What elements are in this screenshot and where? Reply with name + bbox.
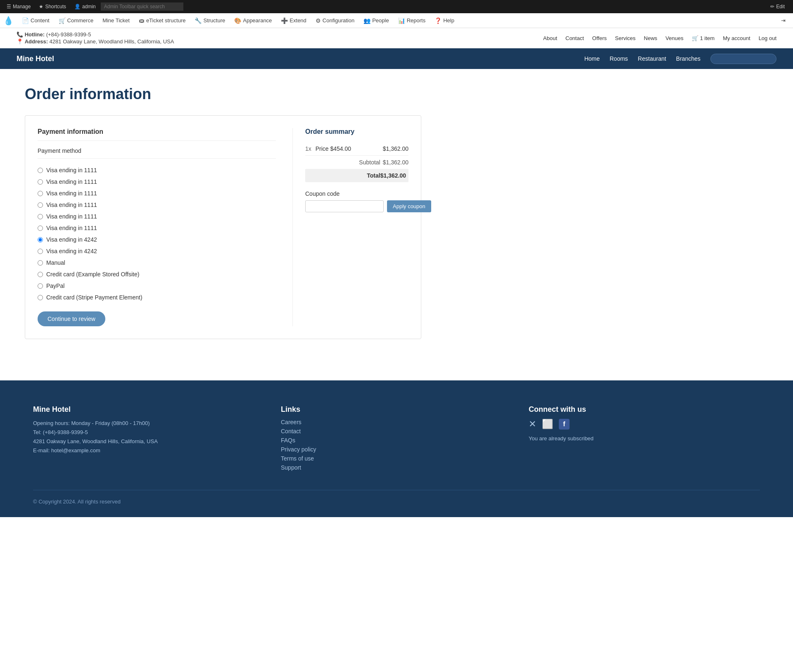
total-value: $1,362.00 xyxy=(380,172,406,179)
nav-offers[interactable]: Offers xyxy=(592,35,607,41)
payment-option-visa-1111-a[interactable]: Visa ending in 1111 xyxy=(38,164,276,176)
nav-item-eticket[interactable]: 🎟 eTicket structure xyxy=(135,13,190,28)
extend-icon: ➕ xyxy=(281,17,288,24)
nav-my-account[interactable]: My account xyxy=(723,35,750,41)
radio-visa-1111-b[interactable] xyxy=(38,179,43,185)
footer-connect-title: Connect with us xyxy=(529,405,760,414)
nav-item-commerce[interactable]: 🛒 Commerce xyxy=(55,13,98,28)
nav-expand[interactable]: ⇥ xyxy=(777,17,790,24)
manage-icon: ☰ xyxy=(7,4,11,9)
nav-item-reports[interactable]: 📊 Reports xyxy=(394,13,430,28)
toolbar-edit[interactable]: ✏ Edit xyxy=(765,4,790,9)
footer-col-connect: Connect with us ✕ ⬜ f You are already su… xyxy=(529,405,760,473)
footer-link-careers[interactable]: Careers xyxy=(281,419,512,425)
payment-option-visa-4242-a[interactable]: Visa ending in 4242 xyxy=(38,234,276,245)
pencil-icon: ✏ xyxy=(770,4,774,9)
order-summary-title: Order summary xyxy=(305,128,408,135)
nav-commerce-label: Commerce xyxy=(67,17,94,24)
radio-visa-4242-a[interactable] xyxy=(38,237,43,242)
label-visa-1111-b: Visa ending in 1111 xyxy=(46,178,97,185)
toolbar-shortcuts[interactable]: ★ Shortcuts xyxy=(36,0,69,13)
main-nav-restaurant[interactable]: Restaurant xyxy=(638,55,666,62)
radio-visa-1111-f[interactable] xyxy=(38,226,43,231)
payment-option-visa-4242-b[interactable]: Visa ending in 4242 xyxy=(38,245,276,257)
payment-option-visa-1111-b[interactable]: Visa ending in 1111 xyxy=(38,176,276,188)
apply-coupon-button[interactable]: Apply coupon xyxy=(387,200,431,212)
nav-item-people[interactable]: 👥 People xyxy=(359,13,393,28)
radio-manual[interactable] xyxy=(38,260,43,266)
nav-item-appearance[interactable]: 🎨 Appearance xyxy=(230,13,276,28)
order-total-line: Total $1,362.00 xyxy=(305,169,408,182)
nav-item-structure[interactable]: 🔧 Structure xyxy=(190,13,229,28)
toolbar-admin-user[interactable]: 👤 admin xyxy=(71,0,99,13)
order-subtotal-line: Subtotal $1,362.00 xyxy=(305,156,408,169)
drupal-logo[interactable]: 💧 xyxy=(3,16,14,26)
expand-icon: ⇥ xyxy=(781,17,786,24)
order-price-label: Price $454.00 xyxy=(316,145,351,152)
footer-link-contact[interactable]: Contact xyxy=(281,428,512,435)
star-icon: ★ xyxy=(39,4,43,9)
appearance-icon: 🎨 xyxy=(234,17,241,24)
site-search-input[interactable] xyxy=(710,54,776,64)
label-visa-1111-a: Visa ending in 1111 xyxy=(46,167,97,173)
radio-visa-1111-d[interactable] xyxy=(38,202,43,208)
label-credit-offsite: Credit card (Example Stored Offsite) xyxy=(46,271,139,278)
radio-paypal[interactable] xyxy=(38,283,43,289)
radio-visa-1111-a[interactable] xyxy=(38,168,43,173)
cart-link[interactable]: 🛒 1 item xyxy=(692,35,715,41)
order-line-left: 1x Price $454.00 xyxy=(305,145,351,152)
order-summary-section: Order summary 1x Price $454.00 $1,362.00… xyxy=(293,128,408,326)
footer-link-terms[interactable]: Terms of use xyxy=(281,455,512,462)
nav-venues[interactable]: Venues xyxy=(665,35,683,41)
payment-option-credit-stripe[interactable]: Credit card (Stripe Payment Element) xyxy=(38,292,276,303)
instagram-icon[interactable]: ⬜ xyxy=(542,419,553,430)
configuration-icon: ⚙ xyxy=(316,17,321,24)
footer-link-support[interactable]: Support xyxy=(281,464,512,471)
site-info-bar: 📞 Hotline: (+84)-9388-9399-5 📍 Address: … xyxy=(0,28,793,48)
footer-link-privacy[interactable]: Privacy policy xyxy=(281,446,512,453)
site-footer: Mine Hotel Opening hours: Monday - Frida… xyxy=(0,380,793,517)
payment-method-label: Payment method xyxy=(38,147,276,159)
payment-option-manual[interactable]: Manual xyxy=(38,257,276,268)
coupon-input[interactable] xyxy=(305,200,384,212)
payment-option-visa-1111-f[interactable]: Visa ending in 1111 xyxy=(38,222,276,234)
payment-option-visa-1111-e[interactable]: Visa ending in 1111 xyxy=(38,211,276,222)
payment-option-visa-1111-c[interactable]: Visa ending in 1111 xyxy=(38,188,276,199)
payment-option-credit-offsite[interactable]: Credit card (Example Stored Offsite) xyxy=(38,268,276,280)
radio-visa-1111-c[interactable] xyxy=(38,191,43,196)
hotline-number: (+84)-9388-9399-5 xyxy=(46,31,91,38)
radio-visa-1111-e[interactable] xyxy=(38,214,43,219)
main-nav-home[interactable]: Home xyxy=(584,55,600,62)
label-paypal: PayPal xyxy=(46,283,64,289)
radio-credit-stripe[interactable] xyxy=(38,295,43,300)
main-nav-rooms[interactable]: Rooms xyxy=(610,55,628,62)
nav-item-configuration[interactable]: ⚙ Configuration xyxy=(311,13,359,28)
nav-news[interactable]: News xyxy=(644,35,658,41)
facebook-icon[interactable]: f xyxy=(559,419,570,430)
hotline-info: 📞 Hotline: (+84)-9388-9399-5 xyxy=(17,31,174,38)
radio-credit-offsite[interactable] xyxy=(38,272,43,277)
payment-option-visa-1111-d[interactable]: Visa ending in 1111 xyxy=(38,199,276,211)
main-nav-branches[interactable]: Branches xyxy=(676,55,700,62)
toolbar-manage[interactable]: ☰ Manage xyxy=(3,0,34,13)
nav-item-mine-ticket[interactable]: Mine Ticket xyxy=(98,13,134,28)
nav-services[interactable]: Services xyxy=(615,35,636,41)
label-visa-4242-b: Visa ending in 4242 xyxy=(46,248,97,254)
footer-address: 4281 Oakway Lane, Woodland Hills, Califo… xyxy=(33,437,264,446)
nav-contact[interactable]: Contact xyxy=(565,35,584,41)
payment-option-paypal[interactable]: PayPal xyxy=(38,280,276,292)
content-icon: 📄 xyxy=(22,17,29,24)
coupon-label: Coupon code xyxy=(305,190,408,197)
nav-about[interactable]: About xyxy=(543,35,557,41)
nav-item-help[interactable]: ❓ Help xyxy=(430,13,458,28)
admin-toolbar: ☰ Manage ★ Shortcuts 👤 admin ✏ Edit xyxy=(0,0,793,13)
footer-link-faqs[interactable]: FAQs xyxy=(281,437,512,444)
radio-visa-4242-b[interactable] xyxy=(38,249,43,254)
continue-to-review-button[interactable]: Continue to review xyxy=(38,311,105,326)
x-social-icon[interactable]: ✕ xyxy=(529,419,536,430)
nav-logout[interactable]: Log out xyxy=(759,35,776,41)
drupal-nav: 💧 📄 Content 🛒 Commerce Mine Ticket 🎟 eTi… xyxy=(0,13,793,28)
admin-search-input[interactable] xyxy=(101,2,183,11)
nav-item-content[interactable]: 📄 Content xyxy=(18,13,54,28)
nav-item-extend[interactable]: ➕ Extend xyxy=(277,13,310,28)
